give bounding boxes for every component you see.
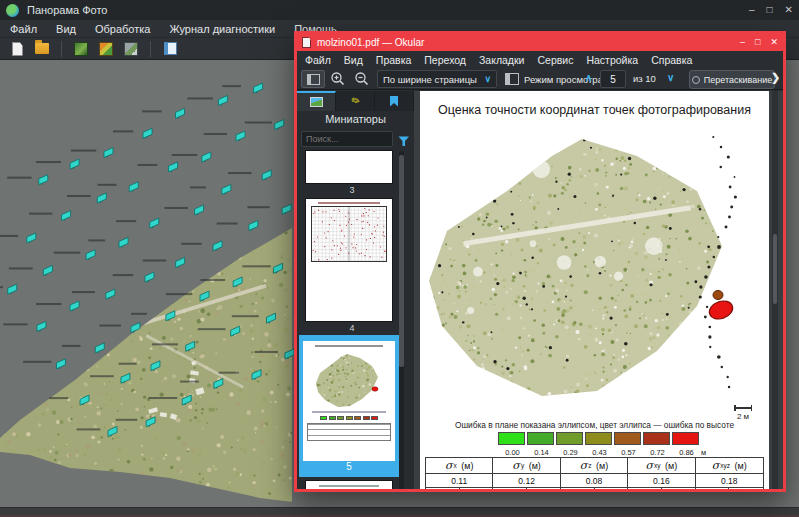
open-folder-icon	[35, 43, 49, 54]
okular-menu-view[interactable]: Вид	[344, 54, 363, 66]
okular-titlebar[interactable]: molzino01.pdf — Okular – □ ✕	[297, 34, 783, 51]
panorama-app-icon	[6, 4, 19, 17]
annotation-pen-icon: ✎	[348, 94, 361, 107]
table-value-sxyz: 0.18	[696, 474, 763, 488]
sidebar-scrollbar[interactable]	[399, 151, 404, 489]
table-min-label: мин	[696, 488, 730, 489]
thumbnail-page-6[interactable]	[306, 481, 392, 489]
okular-sidebar: ✎ Миниатюры 3 4	[297, 91, 414, 489]
menu-item-diagnostics-log[interactable]: Журнал диагностики	[169, 23, 275, 35]
sidebar-toggle-button[interactable]	[301, 70, 325, 88]
mini-table	[307, 423, 391, 441]
mini-legend-swatches	[303, 416, 395, 420]
thumbnail-page-5-selected[interactable]: 5	[299, 335, 399, 477]
panorama-statusbar	[0, 507, 799, 517]
okular-menu-settings[interactable]: Настройка	[586, 54, 638, 66]
toolbar-separator	[61, 41, 62, 57]
okular-menu-go[interactable]: Переход	[424, 54, 466, 66]
browse-tool-label: Перетаскивание	[704, 75, 772, 85]
new-document-icon	[12, 42, 23, 56]
table-max-label: макс	[460, 488, 494, 489]
thumb6-caption	[319, 485, 379, 487]
table-header-sxy: σxy (м)	[628, 458, 695, 474]
map-tool-button-3[interactable]	[122, 40, 140, 58]
menu-item-file[interactable]: Файл	[10, 23, 37, 35]
browse-tool-button[interactable]: Перетаскивание	[689, 70, 775, 89]
tab-bookmarks[interactable]	[375, 91, 414, 111]
sidebar-icon	[307, 74, 320, 85]
okular-maximize-button[interactable]: □	[755, 34, 760, 51]
toolbar-expand-button[interactable]: ❯	[771, 71, 780, 84]
hand-icon	[692, 76, 700, 84]
mini-title-line	[315, 345, 383, 347]
okular-close-button[interactable]: ✕	[770, 34, 778, 51]
panorama-minimize-button[interactable]: –	[749, 0, 755, 20]
okular-menu-help[interactable]: Справка	[651, 54, 692, 66]
thumbnail-page-4[interactable]	[306, 199, 392, 321]
zoom-in-button[interactable]	[329, 70, 347, 88]
panel-toggle-button[interactable]	[161, 40, 179, 58]
menu-item-view[interactable]: Вид	[56, 23, 76, 35]
mini-map-image	[314, 352, 384, 408]
zoom-out-icon	[354, 71, 370, 87]
tab-annotations[interactable]: ✎	[336, 91, 375, 111]
table-min-label: мин	[561, 488, 595, 489]
previous-page-button[interactable]: ∧	[585, 72, 592, 83]
chevron-down-icon: ∨	[484, 74, 491, 84]
raster-map-icon	[99, 42, 113, 56]
table-min-label: мин	[493, 488, 527, 489]
pdf-scrollbar[interactable]	[772, 91, 778, 489]
legend-swatches	[498, 432, 699, 445]
zoom-in-icon	[330, 71, 346, 87]
thumbnails-icon	[310, 97, 323, 107]
zoom-level-combobox[interactable]: По ширине страницы ∨	[377, 70, 497, 88]
map-tool-button-2[interactable]	[97, 40, 115, 58]
pdf-page-title: Оценка точности координат точек фотограф…	[420, 103, 769, 117]
table-value-sxy: 0.16	[628, 474, 695, 488]
okular-menu-tools[interactable]: Сервис	[537, 54, 573, 66]
table-min-label: мин	[628, 488, 662, 489]
zoom-out-button[interactable]	[353, 70, 371, 88]
table-header-sz: σz (м)	[561, 458, 628, 474]
panorama-titlebar: Панорама Фото – □ ✕	[0, 0, 799, 20]
okular-toolbar: По ширине страницы ∨ Режим просмотра ∨ ∧…	[297, 68, 783, 90]
thumbnail-page-3[interactable]	[306, 151, 392, 183]
sidebar-scrollbar-thumb[interactable]	[399, 155, 404, 367]
next-page-button[interactable]: ∨	[667, 72, 674, 83]
pdf-scrollbar-thumb[interactable]	[773, 234, 777, 304]
sidebar-header: Миниатюры	[297, 113, 414, 125]
map-tool-button-1[interactable]	[72, 40, 90, 58]
okular-menu-bookmarks[interactable]: Закладки	[479, 54, 524, 66]
open-button[interactable]	[33, 40, 51, 58]
okular-menu-edit[interactable]: Правка	[376, 54, 411, 66]
view-mode-button[interactable]: Режим просмотра ∨	[505, 70, 615, 88]
panorama-title: Панорама Фото	[27, 4, 107, 16]
table-max-label: макс	[729, 488, 763, 489]
accuracy-table: σx (м) σy (м) σz (м) σxy (м) σxyz (м) 0.…	[425, 457, 764, 489]
thumbnail-search-input[interactable]	[301, 131, 393, 147]
okular-minimize-button[interactable]: –	[740, 34, 745, 51]
sidebar-tabs: ✎	[297, 91, 414, 111]
tab-thumbnails[interactable]	[297, 91, 336, 111]
orthophoto-map	[422, 129, 767, 405]
pdf-view-area[interactable]: Оценка точности координат точек фотограф…	[414, 91, 783, 489]
new-document-button[interactable]	[8, 40, 26, 58]
okular-menubar: Файл Вид Правка Переход Закладки Сервис …	[297, 51, 783, 68]
page-number-input[interactable]	[600, 70, 626, 88]
okular-window: molzino01.pdf — Okular – □ ✕ Файл Вид Пр…	[294, 31, 786, 492]
table-min-label: мин	[426, 488, 460, 489]
thumbnail-label-5: 5	[299, 461, 399, 472]
okular-menu-file[interactable]: Файл	[305, 54, 331, 66]
table-max-label: макс	[662, 488, 696, 489]
map-icon	[74, 42, 88, 56]
panorama-close-button[interactable]: ✕	[785, 0, 793, 20]
filter-funnel-icon[interactable]	[398, 133, 410, 151]
okular-body: ✎ Миниатюры 3 4	[297, 91, 783, 489]
menu-item-processing[interactable]: Обработка	[95, 23, 150, 35]
pdf-page-5: Оценка точности координат точек фотограф…	[420, 91, 769, 489]
legend-values: 0.000.140.290.430.570.720.86м	[498, 448, 715, 457]
panorama-maximize-button[interactable]: □	[767, 0, 773, 20]
view-mode-icon	[505, 73, 519, 85]
zoom-level-value: По ширине страницы	[383, 74, 477, 85]
table-header-sy: σy (м)	[493, 458, 560, 474]
